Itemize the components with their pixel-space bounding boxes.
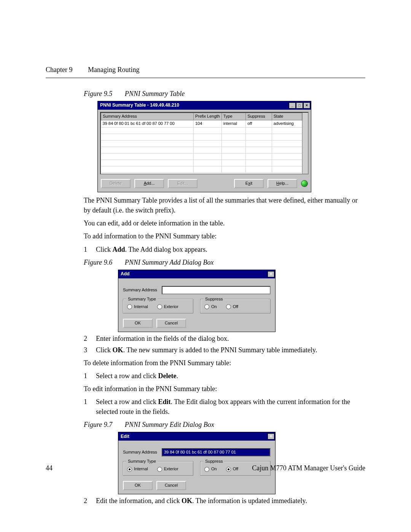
step-text: Enter information in the fields of the d… (96, 334, 365, 343)
summary-button-row: Delete Add... Edit... Exit Help... (98, 177, 311, 192)
help-button[interactable]: Help... (268, 179, 297, 188)
figure-9-6-title: PNNI Summary Add Dialog Box (125, 259, 214, 266)
step-line: 2 Edit the information, and click OK. Th… (84, 496, 365, 506)
cell-prefix-length: 104 (193, 120, 221, 128)
cancel-button[interactable]: Cancel (156, 319, 186, 328)
figure-9-5-number: Figure 9.5 (84, 90, 112, 97)
paragraph: You can edit, add or delete information … (84, 218, 365, 228)
step-text: Click Add. The Add dialog box appears. (96, 244, 365, 254)
suppress-group: Suppress On Off (200, 299, 271, 313)
summary-table-area: Summary Address Prefix Length Type Suppr… (100, 112, 309, 174)
close-icon[interactable]: × (268, 433, 274, 439)
table-row[interactable] (101, 147, 302, 153)
radio-off[interactable]: Off (226, 304, 238, 310)
table-row[interactable] (101, 166, 302, 173)
step-text: Select a row and click Edit. The Edit di… (96, 397, 365, 417)
step-text: Click OK. The new summary is added to th… (96, 345, 365, 355)
radio-exterior[interactable]: Exterior (157, 304, 178, 310)
close-icon[interactable]: × (268, 271, 274, 277)
table-row[interactable] (101, 160, 302, 166)
figure-9-5-caption: Figure 9.5 PNNI Summary Table (84, 89, 365, 99)
ok-button[interactable]: OK (123, 481, 153, 490)
summary-address-input[interactable] (162, 286, 271, 294)
paragraph: The PNNI Summary Table provides a list o… (84, 195, 365, 215)
summary-table[interactable]: Summary Address Prefix Length Type Suppr… (101, 113, 302, 174)
step-number: 1 (84, 244, 90, 254)
summary-address-input[interactable]: 39 84 0f 80 01 bc 61 df 00 87 00 77 01 (162, 448, 271, 457)
radio-on[interactable]: On (204, 304, 217, 310)
cell-type: internal (221, 120, 245, 128)
step-line: 1 Click Add. The Add dialog box appears. (84, 244, 365, 254)
edit-dialog-title: Edit (121, 433, 129, 440)
cell-summary-address: 39 84 0f 80 01 bc 61 df 00 87 00 77 00 (101, 120, 194, 128)
table-row[interactable]: 39 84 0f 80 01 bc 61 df 00 87 00 77 00 1… (101, 120, 302, 128)
minimize-icon[interactable]: _ (289, 102, 296, 109)
paragraph: To delete information from the PNNI Summ… (84, 358, 365, 368)
col-summary-address[interactable]: Summary Address (101, 113, 194, 120)
running-head: Chapter 9 Managing Routing (46, 65, 365, 75)
paragraph: To add information to the PNNI Summary t… (84, 231, 365, 241)
summary-titlebar: PNNI Summary Table - 149.49.48.210 _ □ × (98, 101, 311, 110)
add-dialog-titlebar: Add × (118, 270, 275, 278)
cell-state: advertising (272, 120, 302, 128)
summary-type-group: Summary Type Internal Exterior (123, 299, 193, 313)
summary-address-label: Summary Address (123, 449, 157, 455)
step-number: 2 (84, 334, 90, 343)
pnni-summary-window: PNNI Summary Table - 149.49.48.210 _ □ × (97, 101, 311, 192)
table-row[interactable] (101, 128, 302, 134)
step-number: 1 (84, 371, 90, 381)
figure-9-6-caption: Figure 9.6 PNNI Summary Add Dialog Box (84, 257, 365, 267)
delete-button[interactable]: Delete (101, 179, 131, 188)
add-dialog-title: Add (121, 271, 129, 277)
status-indicator-icon (301, 180, 308, 187)
add-dialog: Add × Summary Address Summary Type Inter… (118, 270, 276, 332)
figure-9-5-title: PNNI Summary Table (125, 90, 185, 97)
summary-window-title: PNNI Summary Table - 149.49.48.210 (100, 102, 179, 109)
figure-9-7-title: PNNI Summary Edit Dialog Box (125, 421, 214, 428)
figure-9-6-number: Figure 9.6 (84, 259, 112, 266)
step-number: 1 (84, 397, 90, 417)
page-footer: 44 Cajun M770 ATM Manager User's Guide (46, 463, 365, 473)
col-state[interactable]: State (272, 113, 302, 120)
close-icon[interactable]: × (303, 102, 310, 109)
col-type[interactable]: Type (221, 113, 245, 120)
body-column: Figure 9.5 PNNI Summary Table PNNI Summa… (84, 89, 365, 506)
col-suppress[interactable]: Suppress (246, 113, 272, 120)
figure-9-7-number: Figure 9.7 (84, 421, 112, 428)
edit-dialog-titlebar: Edit × (118, 432, 275, 441)
header-rule (46, 78, 365, 78)
page-number: 44 (46, 463, 53, 473)
maximize-icon[interactable]: □ (296, 102, 303, 109)
cancel-button[interactable]: Cancel (156, 481, 186, 490)
chapter-label: Chapter 9 (46, 66, 72, 73)
step-number: 3 (84, 345, 90, 355)
summary-address-label: Summary Address (123, 287, 157, 293)
summary-type-legend: Summary Type (126, 296, 158, 302)
suppress-legend: Suppress (204, 296, 224, 302)
chapter-title: Managing Routing (88, 66, 140, 73)
vertical-scrollbar[interactable] (302, 113, 308, 174)
paragraph: To edit information in the PNNI Summary … (84, 384, 365, 394)
table-row[interactable] (101, 141, 302, 147)
book-title: Cajun M770 ATM Manager User's Guide (252, 463, 365, 473)
table-row[interactable] (101, 153, 302, 160)
step-line: 1 Select a row and click Edit. The Edit … (84, 397, 365, 417)
step-line: 1 Select a row and click Delete. (84, 371, 365, 381)
exit-button[interactable]: Exit (234, 179, 264, 188)
figure-9-7-caption: Figure 9.7 PNNI Summary Edit Dialog Box (84, 420, 365, 430)
step-line: 3 Click OK. The new summary is added to … (84, 345, 365, 355)
step-text: Select a row and click Delete. (96, 371, 365, 381)
edit-button[interactable]: Edit... (168, 179, 198, 188)
step-number: 2 (84, 496, 90, 506)
step-line: 2 Enter information in the fields of the… (84, 334, 365, 343)
radio-internal[interactable]: Internal (127, 304, 148, 310)
add-button[interactable]: Add... (134, 179, 164, 188)
ok-button[interactable]: OK (123, 319, 153, 328)
step-text: Edit the information, and click OK. The … (96, 496, 365, 506)
col-prefix-length[interactable]: Prefix Length (193, 113, 221, 120)
cell-suppress: off (246, 120, 272, 128)
table-row[interactable] (101, 134, 302, 141)
